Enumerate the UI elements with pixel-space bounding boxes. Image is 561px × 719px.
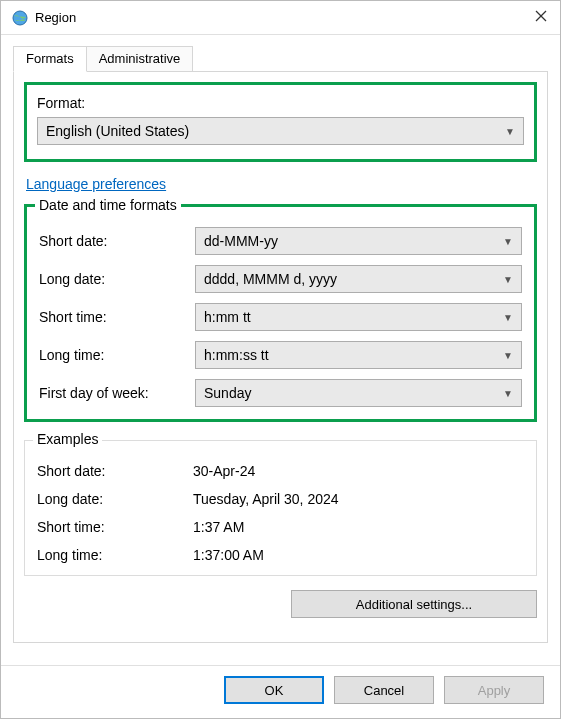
tabs: Formats Administrative [13, 45, 548, 71]
chevron-down-icon: ▼ [503, 312, 513, 323]
close-button[interactable] [534, 9, 552, 26]
svg-point-0 [13, 11, 27, 25]
row-long-date: Long date: dddd, MMMM d, yyyy ▼ [39, 265, 522, 293]
example-short-time-label: Short time: [37, 519, 193, 535]
example-row-short-time: Short time: 1:37 AM [37, 519, 524, 535]
tab-content-formats: Format: English (United States) ▼ Langua… [13, 71, 548, 643]
cancel-button[interactable]: Cancel [334, 676, 434, 704]
chevron-down-icon: ▼ [503, 274, 513, 285]
examples-legend: Examples [33, 431, 102, 447]
chevron-down-icon: ▼ [503, 350, 513, 361]
example-row-long-time: Long time: 1:37:00 AM [37, 547, 524, 563]
chevron-down-icon: ▼ [503, 236, 513, 247]
format-section: Format: English (United States) ▼ [24, 82, 537, 162]
example-row-short-date: Short date: 30-Apr-24 [37, 463, 524, 479]
first-day-select[interactable]: Sunday ▼ [195, 379, 522, 407]
example-long-date-value: Tuesday, April 30, 2024 [193, 491, 339, 507]
format-select-value: English (United States) [46, 123, 189, 139]
long-date-select[interactable]: dddd, MMMM d, yyyy ▼ [195, 265, 522, 293]
additional-settings-row: Additional settings... [24, 590, 537, 618]
long-time-label: Long time: [39, 347, 195, 363]
tab-formats[interactable]: Formats [13, 46, 87, 72]
title-bar: Region [1, 1, 560, 35]
row-first-day: First day of week: Sunday ▼ [39, 379, 522, 407]
row-short-date: Short date: dd-MMM-yy ▼ [39, 227, 522, 255]
apply-button[interactable]: Apply [444, 676, 544, 704]
short-time-select[interactable]: h:mm tt ▼ [195, 303, 522, 331]
short-date-value: dd-MMM-yy [204, 233, 278, 249]
chevron-down-icon: ▼ [503, 388, 513, 399]
example-long-time-label: Long time: [37, 547, 193, 563]
ok-button[interactable]: OK [224, 676, 324, 704]
language-preferences-link[interactable]: Language preferences [26, 176, 535, 192]
example-short-date-value: 30-Apr-24 [193, 463, 255, 479]
long-date-value: dddd, MMMM d, yyyy [204, 271, 337, 287]
window-title: Region [35, 10, 534, 25]
long-time-select[interactable]: h:mm:ss tt ▼ [195, 341, 522, 369]
short-date-label: Short date: [39, 233, 195, 249]
dialog-buttons: OK Cancel Apply [1, 665, 560, 718]
example-short-time-value: 1:37 AM [193, 519, 244, 535]
example-short-date-label: Short date: [37, 463, 193, 479]
datetime-legend: Date and time formats [35, 197, 181, 213]
datetime-formats-group: Date and time formats Short date: dd-MMM… [24, 204, 537, 422]
tab-administrative[interactable]: Administrative [87, 46, 194, 72]
additional-settings-button[interactable]: Additional settings... [291, 590, 537, 618]
row-short-time: Short time: h:mm tt ▼ [39, 303, 522, 331]
close-icon [534, 9, 548, 23]
long-date-label: Long date: [39, 271, 195, 287]
short-time-label: Short time: [39, 309, 195, 325]
example-row-long-date: Long date: Tuesday, April 30, 2024 [37, 491, 524, 507]
first-day-label: First day of week: [39, 385, 195, 401]
chevron-down-icon: ▼ [505, 126, 515, 137]
row-long-time: Long time: h:mm:ss tt ▼ [39, 341, 522, 369]
first-day-value: Sunday [204, 385, 251, 401]
short-time-value: h:mm tt [204, 309, 251, 325]
short-date-select[interactable]: dd-MMM-yy ▼ [195, 227, 522, 255]
format-label: Format: [37, 95, 524, 111]
examples-group: Examples Short date: 30-Apr-24 Long date… [24, 440, 537, 576]
format-select[interactable]: English (United States) ▼ [37, 117, 524, 145]
long-time-value: h:mm:ss tt [204, 347, 269, 363]
region-icon [11, 9, 29, 27]
example-long-time-value: 1:37:00 AM [193, 547, 264, 563]
example-long-date-label: Long date: [37, 491, 193, 507]
